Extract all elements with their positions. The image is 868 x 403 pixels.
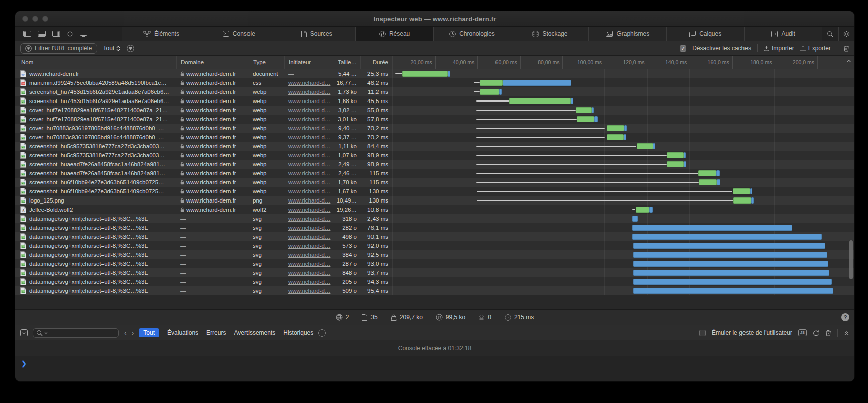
- tab-graphismes[interactable]: Graphismes: [589, 27, 667, 41]
- column-header-duree[interactable]: Durée: [360, 56, 392, 69]
- dock-right-icon[interactable]: [52, 31, 60, 37]
- dock-left-icon[interactable]: [23, 31, 31, 37]
- waterfall-wait-line[interactable]: [477, 191, 732, 192]
- table-row[interactable]: <>www.richard-dern.frwww.richard-dern.fr…: [15, 69, 854, 78]
- table-row[interactable]: cover_hu70883c936197805bd916c4488876d0b0…: [15, 133, 854, 142]
- import-button[interactable]: Importer: [764, 45, 794, 52]
- waterfall-response-bar[interactable]: [633, 279, 832, 285]
- initiator-link[interactable]: www.richard-d…: [288, 270, 330, 276]
- tab-audit[interactable]: Audit: [745, 27, 822, 41]
- waterfall-request-bar[interactable]: [509, 98, 571, 104]
- dock-bottom-icon[interactable]: [38, 31, 46, 37]
- initiator-link[interactable]: www.richard-d…: [288, 107, 330, 113]
- clear-network-trash-icon[interactable]: [843, 45, 849, 52]
- waterfall-request-bar[interactable]: [636, 207, 649, 213]
- initiator-link[interactable]: www.richard-d…: [288, 98, 330, 104]
- waterfall-request-bar[interactable]: [577, 116, 594, 122]
- waterfall-wait-line[interactable]: [476, 182, 699, 183]
- console-search-input[interactable]: [33, 328, 119, 338]
- table-row[interactable]: data:image/svg+xml;charset=utf-8,%3C…%3E…: [15, 214, 854, 223]
- waterfall-wait-line[interactable]: [476, 110, 576, 111]
- table-row[interactable]: data:image/svg+xml;charset=utf-8,%3C…%3E…: [15, 259, 854, 268]
- table-row[interactable]: data:image/svg+xml;charset=utf-8,%3C…%3E…: [15, 268, 854, 277]
- tab-elements[interactable]: Éléments: [122, 27, 200, 41]
- table-row[interactable]: screenshot_hu5c957353818e777ca27d3c3cba0…: [15, 151, 854, 160]
- console-scope-icon[interactable]: [20, 329, 28, 336]
- console-filter-avertissements[interactable]: Avertissements: [234, 329, 275, 336]
- previous-result-button[interactable]: ‹: [124, 329, 127, 337]
- waterfall-wait-line[interactable]: [474, 91, 480, 92]
- initiator-link[interactable]: www.richard-d…: [288, 161, 330, 167]
- waterfall-response-bar[interactable]: [632, 234, 822, 240]
- initiator-link[interactable]: www.richard-d…: [288, 152, 330, 158]
- waterfall-wait-line[interactable]: [395, 73, 402, 74]
- zoom-window-button[interactable]: [42, 16, 48, 22]
- close-window-button[interactable]: [22, 16, 28, 22]
- table-row[interactable]: data:image/svg+xml;charset=utf-8,%3C…%3E…: [15, 241, 854, 250]
- column-header-initiateur[interactable]: Initiateur: [284, 56, 333, 69]
- table-row[interactable]: cover_hu70883c936197805bd916c4488876d0b0…: [15, 124, 854, 133]
- filter-funnel-circle-icon[interactable]: [127, 45, 134, 52]
- waterfall-response-bar[interactable]: [632, 216, 638, 222]
- waterfall-request-bar[interactable]: [637, 143, 653, 149]
- waterfall-wait-line[interactable]: [476, 155, 667, 156]
- waterfall-response-bar[interactable]: [632, 225, 792, 231]
- table-row[interactable]: data:image/svg+xml;charset=utf-8,%3C…%3E…: [15, 250, 854, 259]
- initiator-link[interactable]: www.richard-d…: [288, 261, 330, 267]
- initiator-link[interactable]: www.richard-d…: [288, 207, 330, 213]
- waterfall-response-bar[interactable]: [633, 243, 825, 249]
- waterfall-response-bar[interactable]: [751, 197, 754, 204]
- help-icon[interactable]: ?: [841, 313, 849, 321]
- disable-caches-checkbox[interactable]: ✓: [680, 45, 686, 52]
- table-row[interactable]: screenshot_hu7453d15b6b2a929e1adaa8e7a06…: [15, 87, 854, 96]
- table-row[interactable]: screenshot_hu6f10bb94e27e3d63b651409cb07…: [15, 187, 854, 196]
- table-row[interactable]: logo_125.pngwww.richard-dern.frpngwww.ri…: [15, 196, 854, 205]
- console-prompt[interactable]: ❯: [15, 356, 854, 381]
- tab-calques[interactable]: Calques: [667, 27, 745, 41]
- initiator-link[interactable]: www.richard-d…: [288, 279, 330, 285]
- table-row[interactable]: cover_huf7e1708829ea18f6715e48271400e87a…: [15, 106, 854, 115]
- tab-console[interactable]: Console: [200, 27, 278, 41]
- waterfall-wait-line[interactable]: [476, 128, 605, 129]
- waterfall-response-bar[interactable]: [594, 116, 598, 122]
- column-header-nom[interactable]: Nom: [15, 56, 176, 69]
- console-filter-evaluations[interactable]: Évaluations: [167, 329, 198, 336]
- export-button[interactable]: Exporter: [800, 45, 831, 52]
- traffic-lights[interactable]: [22, 16, 48, 22]
- waterfall-wait-line[interactable]: [476, 100, 509, 102]
- table-row[interactable]: screenshot_hu7453d15b6b2a929e1adaa8e7a06…: [15, 96, 854, 106]
- waterfall-response-bar[interactable]: [717, 179, 720, 185]
- console-filter-tout[interactable]: Tout: [139, 328, 159, 337]
- waterfall-wait-line[interactable]: [476, 119, 577, 120]
- waterfall-response-bar[interactable]: [633, 261, 828, 267]
- table-row[interactable]: cssmain.min.d9924575ec0bba420589a48d5190…: [15, 78, 854, 87]
- table-row[interactable]: AJellee-Bold.woff2www.richard-dern.frwof…: [15, 205, 854, 214]
- table-row[interactable]: screenshot_hu5c957353818e777ca27d3c3cba0…: [15, 142, 854, 151]
- waterfall-response-bar[interactable]: [503, 80, 571, 86]
- waterfall-response-bar[interactable]: [633, 270, 829, 276]
- waterfall-response-bar[interactable]: [624, 125, 627, 131]
- waterfall-response-bar[interactable]: [633, 288, 833, 294]
- waterfall-request-bar[interactable]: [480, 89, 500, 95]
- emulate-user-gesture-checkbox[interactable]: [699, 330, 706, 336]
- table-row[interactable]: data:image/svg+xml;charset=utf-8,%3C…%3E…: [15, 223, 854, 232]
- table-row[interactable]: data:image/svg+xml;charset=utf-8,%3C…%3E…: [15, 277, 854, 286]
- table-row[interactable]: data:image/svg+xml;charset=utf-8,%3C…%3E…: [15, 286, 854, 295]
- column-header-type[interactable]: Type: [249, 56, 284, 69]
- javascript-context-icon[interactable]: JS: [798, 329, 807, 336]
- initiator-link[interactable]: www.richard-d…: [288, 234, 330, 240]
- initiator-link[interactable]: www.richard-d…: [288, 80, 330, 86]
- collapse-timeline-chevron-icon[interactable]: [846, 59, 851, 63]
- waterfall-response-bar[interactable]: [684, 152, 686, 158]
- column-header-taille[interactable]: Taille…: [333, 56, 360, 69]
- waterfall-request-bar[interactable]: [733, 188, 750, 194]
- waterfall-response-bar[interactable]: [750, 188, 753, 194]
- waterfall-wait-line[interactable]: [476, 164, 667, 165]
- waterfall-wait-line[interactable]: [477, 200, 733, 201]
- waterfall-response-bar[interactable]: [448, 71, 450, 77]
- table-row[interactable]: cover_huf7e1708829ea18f6715e48271400e87a…: [15, 115, 854, 124]
- initiator-link[interactable]: www.richard-d…: [288, 170, 330, 176]
- next-result-button[interactable]: ›: [132, 329, 134, 337]
- initiator-link[interactable]: www.richard-d…: [288, 252, 330, 258]
- console-filter-historiques[interactable]: Historiques: [283, 329, 313, 336]
